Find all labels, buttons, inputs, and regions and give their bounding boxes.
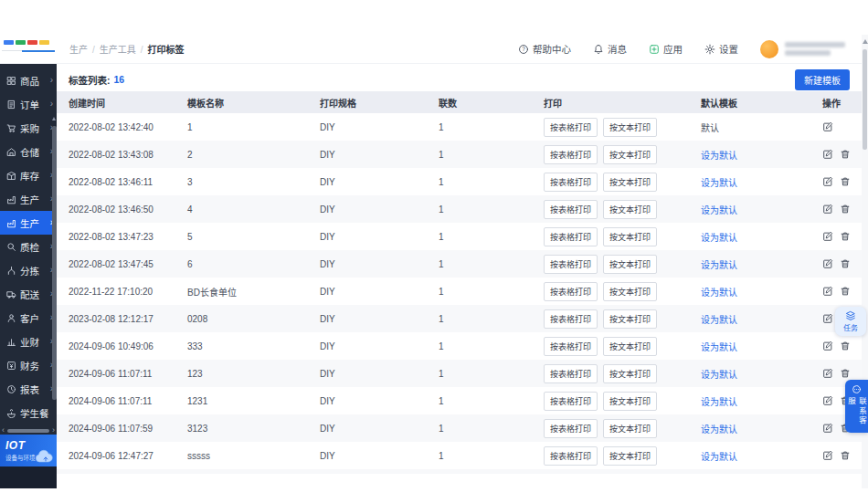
print-by-text-button[interactable]: 按文本打印 bbox=[603, 118, 657, 137]
print-by-table-button[interactable]: 按表格打印 bbox=[544, 309, 598, 329]
sidebar-hscroll-thumb[interactable] bbox=[7, 429, 49, 433]
print-by-text-button[interactable]: 按文本打印 bbox=[603, 309, 657, 329]
print-by-text-button[interactable]: 按文本打印 bbox=[603, 419, 657, 438]
edit-icon[interactable] bbox=[822, 204, 833, 215]
edit-icon[interactable] bbox=[822, 121, 833, 132]
edit-icon[interactable] bbox=[822, 286, 833, 297]
set-default-link[interactable]: 设为默认 bbox=[701, 370, 737, 380]
edit-icon[interactable] bbox=[822, 258, 833, 269]
cell-created-time: 2024-09-06 11:07:59 bbox=[69, 424, 187, 434]
create-template-button[interactable]: 新建模板 bbox=[795, 69, 850, 90]
sidebar-item-customer[interactable]: 客户› bbox=[0, 306, 57, 330]
print-by-table-button[interactable]: 按表格打印 bbox=[544, 200, 598, 219]
scroll-up-arrow-icon[interactable] bbox=[863, 39, 868, 44]
print-by-table-button[interactable]: 按表格打印 bbox=[544, 446, 598, 466]
app-logo[interactable] bbox=[0, 35, 57, 63]
set-default-link[interactable]: 设为默认 bbox=[701, 233, 737, 243]
print-by-table-button[interactable]: 按表格打印 bbox=[544, 227, 598, 246]
set-default-link[interactable]: 设为默认 bbox=[701, 315, 737, 325]
settings-button[interactable]: 设置 bbox=[704, 42, 738, 56]
sidebar-item-inventory[interactable]: 库存› bbox=[0, 163, 57, 187]
set-default-link[interactable]: 设为默认 bbox=[701, 452, 737, 462]
print-by-text-button[interactable]: 按文本打印 bbox=[603, 337, 657, 356]
print-by-table-button[interactable]: 按表格打印 bbox=[544, 337, 598, 356]
edit-icon[interactable] bbox=[822, 450, 833, 461]
tasks-floating-button[interactable]: 任务 bbox=[835, 307, 866, 336]
scroll-right-arrow-icon[interactable]: › bbox=[52, 426, 55, 435]
print-by-table-button[interactable]: 按表格打印 bbox=[544, 118, 598, 137]
breadcrumb-item[interactable]: 生产工具 bbox=[100, 45, 136, 55]
sidebar-item-delivery[interactable]: 配送› bbox=[0, 282, 57, 306]
set-default-link[interactable]: 设为默认 bbox=[701, 260, 737, 270]
scroll-left-arrow-icon[interactable]: ‹ bbox=[2, 426, 5, 435]
delete-icon[interactable] bbox=[840, 176, 851, 187]
print-by-table-button[interactable]: 按表格打印 bbox=[544, 173, 598, 192]
set-default-link[interactable]: 设为默认 bbox=[701, 424, 737, 435]
sidebar-item-sorting[interactable]: 分拣› bbox=[0, 258, 57, 282]
delete-icon[interactable] bbox=[840, 450, 851, 461]
print-by-text-button[interactable]: 按文本打印 bbox=[603, 282, 657, 301]
sidebar-item-finance[interactable]: 财务› bbox=[0, 353, 57, 377]
print-by-text-button[interactable]: 按文本打印 bbox=[603, 145, 657, 164]
contact-service-floating-button[interactable]: 联系客服 bbox=[845, 380, 868, 433]
edit-icon[interactable] bbox=[822, 149, 833, 160]
apps-button[interactable]: 应用 bbox=[649, 42, 683, 56]
edit-icon[interactable] bbox=[822, 231, 833, 242]
set-default-link[interactable]: 设为默认 bbox=[701, 178, 737, 188]
sidebar-item-orders[interactable]: 订单› bbox=[0, 92, 57, 116]
edit-icon[interactable] bbox=[822, 395, 833, 406]
edit-icon[interactable] bbox=[822, 368, 833, 379]
print-by-table-button[interactable]: 按表格打印 bbox=[544, 255, 598, 274]
scroll-up-arrow-icon[interactable] bbox=[52, 117, 56, 121]
sidebar-item-production[interactable]: 生产› bbox=[0, 187, 57, 211]
edit-icon[interactable] bbox=[822, 313, 833, 324]
delete-icon[interactable] bbox=[840, 204, 851, 215]
messages-button[interactable]: 消息 bbox=[593, 42, 627, 56]
breadcrumb-item[interactable]: 生产 bbox=[69, 45, 88, 55]
delete-icon[interactable] bbox=[840, 368, 851, 379]
sidebar-item-student-meal[interactable]: 学生餐 bbox=[0, 401, 57, 424]
set-default-link[interactable]: 设为默认 bbox=[701, 342, 737, 352]
sidebar-item-quality[interactable]: 质检› bbox=[0, 235, 57, 258]
apps-label: 应用 bbox=[663, 42, 683, 56]
sidebar-item-warehouse[interactable]: 仓储› bbox=[0, 140, 57, 163]
help-center-button[interactable]: ? 帮助中心 bbox=[518, 42, 571, 56]
print-by-text-button[interactable]: 按文本打印 bbox=[603, 446, 657, 466]
set-default-link[interactable]: 设为默认 bbox=[701, 397, 737, 407]
delete-icon[interactable] bbox=[840, 149, 851, 160]
sidebar-item-production-2[interactable]: 生产› bbox=[0, 211, 57, 235]
print-by-text-button[interactable]: 按文本打印 bbox=[603, 392, 657, 411]
edit-icon[interactable] bbox=[822, 423, 833, 434]
cell-print-buttons: 按表格打印按文本打印 bbox=[544, 446, 701, 466]
set-default-link[interactable]: 设为默认 bbox=[701, 151, 737, 161]
print-by-table-button[interactable]: 按表格打印 bbox=[544, 419, 598, 438]
sidebar-item-reports[interactable]: 报表› bbox=[0, 377, 57, 401]
main-scroll-thumb[interactable] bbox=[863, 49, 867, 150]
delete-icon[interactable] bbox=[840, 341, 851, 351]
set-default-link[interactable]: 设为默认 bbox=[701, 205, 737, 215]
cell-print-spec: DIY bbox=[320, 341, 439, 351]
print-by-text-button[interactable]: 按文本打印 bbox=[603, 200, 657, 219]
sidebar-item-biz-finance[interactable]: 业财› bbox=[0, 330, 57, 353]
print-by-text-button[interactable]: 按文本打印 bbox=[603, 364, 657, 383]
user-account-menu[interactable] bbox=[760, 40, 845, 58]
sidebar-item-goods[interactable]: 商品› bbox=[0, 68, 57, 92]
print-by-text-button[interactable]: 按文本打印 bbox=[603, 255, 657, 274]
delete-icon[interactable] bbox=[840, 258, 851, 269]
delete-icon[interactable] bbox=[840, 231, 851, 242]
edit-icon[interactable] bbox=[822, 341, 833, 351]
delete-icon[interactable] bbox=[840, 286, 851, 297]
column-header-print-spec: 打印规格 bbox=[320, 96, 439, 110]
print-by-table-button[interactable]: 按表格打印 bbox=[544, 145, 598, 164]
set-default-link[interactable]: 设为默认 bbox=[701, 288, 737, 298]
iot-module-banner[interactable]: IOT 设备与环境 bbox=[0, 435, 57, 466]
print-by-text-button[interactable]: 按文本打印 bbox=[603, 227, 657, 246]
sidebar-item-purchase[interactable]: 采购› bbox=[0, 116, 57, 140]
sidebar-horizontal-scrollbar[interactable]: ‹ › bbox=[0, 426, 57, 435]
edit-icon[interactable] bbox=[822, 176, 833, 187]
print-by-table-button[interactable]: 按表格打印 bbox=[544, 364, 598, 383]
print-by-text-button[interactable]: 按文本打印 bbox=[603, 173, 657, 192]
table-row: 2024-09-06 11:07:593123DIY1按表格打印按文本打印设为默… bbox=[57, 414, 862, 442]
print-by-table-button[interactable]: 按表格打印 bbox=[544, 282, 598, 301]
print-by-table-button[interactable]: 按表格打印 bbox=[544, 392, 598, 411]
